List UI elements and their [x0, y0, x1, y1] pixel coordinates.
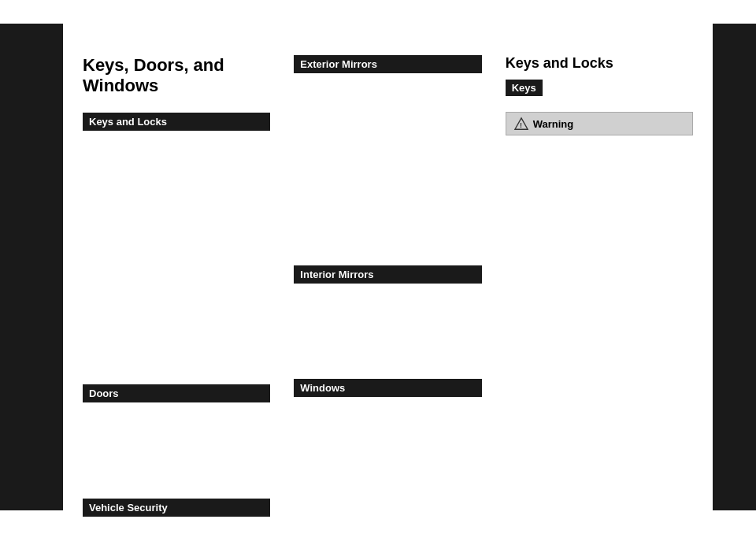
- col2-s2-body2: [294, 310, 481, 324]
- col1-s2-body4: [83, 468, 270, 482]
- col1-s1-body5: [83, 215, 270, 229]
- col1-s1-body: [83, 139, 270, 153]
- col2-s1-body2: [294, 100, 481, 114]
- col1-s1-body10: [83, 311, 270, 325]
- col1-section3: Vehicle Security: [83, 499, 270, 534]
- col3-body5: [506, 219, 693, 233]
- interior-mirrors-heading: Interior Mirrors: [294, 265, 481, 284]
- content-area: Keys, Doors, and Windows Keys and Locks …: [63, 24, 713, 510]
- col1-s2-body1: [83, 410, 270, 425]
- column-1: Keys, Doors, and Windows Keys and Locks …: [71, 39, 282, 495]
- col3-body3: [506, 180, 693, 195]
- col2-s3-body2: [294, 424, 481, 438]
- windows-heading: Windows: [294, 379, 481, 397]
- col1-s1-body2: [83, 158, 270, 172]
- col2-s1-body5: [294, 158, 481, 172]
- col3-body2: [506, 161, 693, 175]
- col2-s1-body4: [294, 139, 481, 153]
- col2-section1: Exterior Mirrors: [294, 55, 481, 250]
- exterior-mirrors-heading: Exterior Mirrors: [294, 55, 481, 73]
- col1-s2-body3: [83, 449, 270, 463]
- col2-s2-body4: [294, 349, 481, 363]
- warning-box: ! Warning: [506, 112, 693, 135]
- col3-body1: [506, 142, 693, 156]
- col1-s2-body2: [83, 429, 270, 443]
- col1-section2: Doors: [83, 384, 270, 483]
- col1-section1: Keys and Locks: [83, 113, 270, 345]
- col1-s1-body7: [83, 254, 270, 268]
- column-3: Keys and Locks Keys ! Warning: [494, 39, 705, 495]
- right-strip: [713, 24, 756, 510]
- warning-triangle-icon: !: [514, 117, 528, 131]
- main-title: Keys, Doors, and Windows: [83, 47, 270, 97]
- col1-s1-body6: [83, 235, 270, 249]
- keys-subheading: Keys: [506, 80, 543, 96]
- column-2: Exterior Mirrors Interior Mirrors: [282, 39, 493, 495]
- col2-s1-body7: [294, 196, 481, 210]
- col2-s1-body9: [294, 235, 481, 249]
- keys-and-locks-main-heading: Keys and Locks: [506, 55, 693, 72]
- col1-s1-body4: [83, 196, 270, 210]
- warning-label: Warning: [533, 118, 574, 130]
- col1-s1-body8: [83, 273, 270, 287]
- col2-s1-body3: [294, 120, 481, 134]
- col2-section2: Interior Mirrors: [294, 265, 481, 364]
- doors-heading: Doors: [83, 384, 270, 402]
- col2-section3: Windows: [294, 379, 481, 439]
- svg-text:!: !: [520, 121, 522, 129]
- col2-s1-body6: [294, 177, 481, 191]
- col2-s1-body1: [294, 81, 481, 95]
- col1-s3-body1: [83, 525, 270, 534]
- col2-s2-body1: [294, 291, 481, 306]
- col2-s1-body8: [294, 216, 481, 230]
- col3-body4: [506, 199, 693, 213]
- col1-s1-body9: [83, 292, 270, 306]
- col2-s2-body3: [294, 329, 481, 343]
- col1-s1-body3: [83, 177, 270, 191]
- col2-s3-body1: [294, 405, 481, 419]
- vehicle-security-heading: Vehicle Security: [83, 499, 270, 517]
- left-strip: [0, 24, 63, 510]
- col1-s1-body11: [83, 331, 270, 345]
- keys-and-locks-heading-col1: Keys and Locks: [83, 113, 270, 131]
- col3-main-heading-container: Keys and Locks Keys ! Warning: [506, 55, 693, 233]
